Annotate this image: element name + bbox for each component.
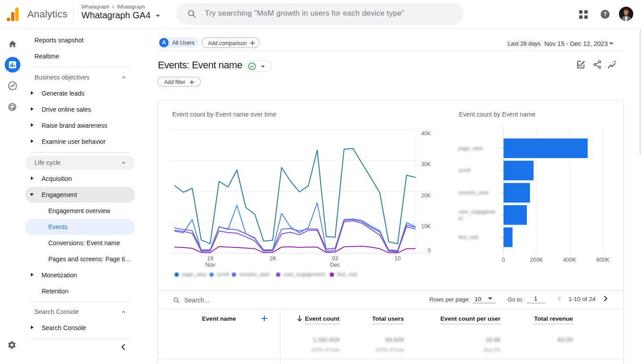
svg-text:Nov: Nov	[205, 262, 216, 268]
svg-text:10: 10	[394, 255, 401, 262]
svg-text:0: 0	[502, 257, 505, 263]
svg-text:20K: 20K	[421, 192, 431, 199]
svg-text:0: 0	[428, 247, 431, 254]
svg-text:40K: 40K	[421, 130, 431, 137]
svg-text:600K: 600K	[597, 257, 610, 263]
svg-text:10K: 10K	[421, 223, 431, 230]
svg-text:30K: 30K	[421, 161, 431, 167]
svg-text:Dec: Dec	[330, 262, 340, 268]
svg-text:03: 03	[332, 255, 338, 262]
svg-text:400K: 400K	[563, 257, 576, 263]
svg-text:26: 26	[270, 255, 276, 262]
svg-text:19: 19	[207, 255, 213, 262]
svg-text:200K: 200K	[530, 257, 543, 263]
